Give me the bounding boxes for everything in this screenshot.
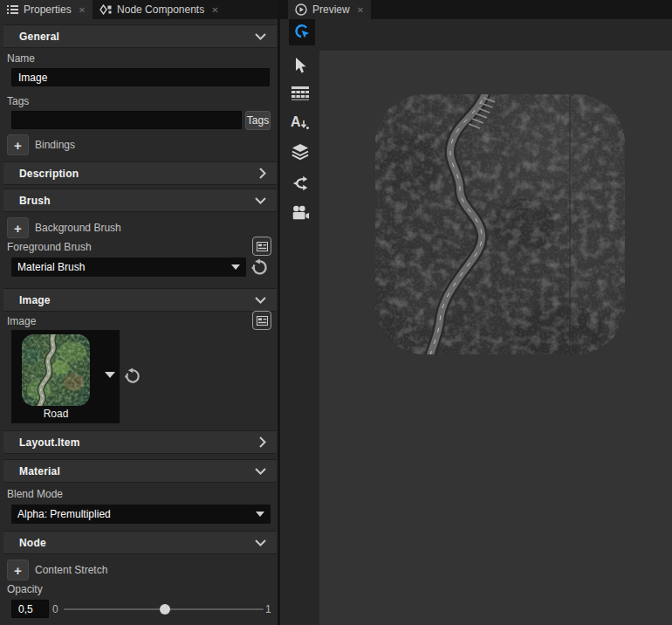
add-binding-button[interactable]: +: [7, 134, 29, 155]
form-editor-icon: [257, 316, 268, 326]
chevron-down-icon: [255, 197, 266, 204]
preview-play-icon: [295, 3, 307, 16]
tab-preview-close-icon[interactable]: ✕: [357, 5, 364, 15]
dropdown-caret-icon: [231, 264, 240, 270]
chevron-down-icon: [255, 468, 266, 475]
tags-input[interactable]: [11, 111, 242, 129]
right-tabbar: Preview ✕: [280, 0, 672, 19]
branch-arrows-icon: [291, 175, 309, 192]
svg-text:A: A: [291, 114, 301, 129]
opacity-slider-handle[interactable]: [160, 604, 170, 615]
camera-tool[interactable]: [290, 203, 311, 223]
layers-tool[interactable]: [290, 141, 311, 162]
foreground-brush-editor-button[interactable]: [252, 237, 271, 256]
image-label: Image: [7, 315, 36, 327]
background-brush-label: Background Brush: [35, 222, 121, 234]
chevron-right-icon: [259, 168, 266, 179]
opacity-input[interactable]: [11, 600, 49, 618]
image-dropdown-caret-icon[interactable]: [105, 372, 115, 378]
preview-image-node[interactable]: [375, 94, 625, 354]
bindings-label: Bindings: [35, 139, 75, 151]
blend-mode-value: Alpha: Premultiplied: [17, 508, 111, 520]
plus-icon: +: [14, 138, 22, 153]
grid-tool[interactable]: [290, 83, 311, 104]
section-material-title: Material: [19, 465, 60, 477]
slider-min-label: 0: [52, 603, 58, 615]
interact-cursor-icon: [292, 23, 312, 42]
grid-icon: [291, 86, 309, 100]
reset-foreground-brush-icon[interactable]: [250, 258, 268, 277]
section-image[interactable]: Image: [3, 288, 277, 312]
section-description-title: Description: [19, 168, 79, 180]
opacity-label: Opacity: [7, 583, 43, 595]
blend-mode-label: Blend Mode: [7, 488, 63, 500]
name-input[interactable]: [11, 68, 270, 86]
section-material[interactable]: Material: [3, 459, 277, 483]
text-tool[interactable]: A: [290, 112, 311, 133]
tab-preview-label: Preview: [312, 3, 350, 16]
road-thumbnail[interactable]: [22, 334, 90, 406]
foreground-brush-dropdown[interactable]: Material Brush: [11, 258, 246, 277]
reset-image-icon[interactable]: [123, 367, 141, 385]
plus-icon: +: [14, 221, 22, 236]
section-node[interactable]: Node: [3, 531, 277, 554]
section-brush-title: Brush: [19, 195, 51, 207]
layers-icon: [291, 143, 310, 161]
tags-label: Tags: [7, 95, 29, 107]
plus-icon: +: [14, 563, 22, 578]
properties-list-icon: [7, 5, 18, 15]
tab-properties-close-icon[interactable]: ✕: [79, 5, 86, 15]
tab-node-components-close-icon[interactable]: ✕: [211, 5, 218, 15]
preview-toolbar-row: [280, 19, 672, 51]
branch-tool[interactable]: [290, 173, 311, 194]
foreground-brush-value: Material Brush: [17, 261, 85, 273]
video-camera-icon: [291, 205, 310, 221]
properties-panel: General Name Tags Tags + Bindings Descri…: [0, 19, 278, 625]
font-analyze-icon: A: [291, 113, 310, 131]
blend-mode-dropdown[interactable]: Alpha: Premultiplied: [11, 505, 271, 524]
select-tool[interactable]: [290, 55, 311, 76]
preview-tool-strip: A: [280, 51, 319, 625]
tab-preview[interactable]: Preview ✕: [288, 0, 371, 19]
section-layout-item[interactable]: Layout.Item: [3, 430, 277, 454]
add-background-brush-button[interactable]: +: [7, 217, 29, 238]
name-label: Name: [7, 52, 35, 65]
image-editor-button[interactable]: [252, 311, 271, 330]
node-components-icon: [99, 4, 112, 15]
content-stretch-label: Content Stretch: [35, 564, 107, 576]
left-tabbar: Properties ✕ Node Components ✕: [0, 0, 278, 19]
opacity-slider[interactable]: [64, 608, 264, 610]
chevron-down-icon: [255, 539, 266, 546]
tags-button[interactable]: Tags: [245, 111, 271, 130]
form-editor-icon: [257, 242, 268, 251]
section-layout-item-title: Layout.Item: [19, 436, 80, 449]
interact-tool[interactable]: [289, 19, 315, 45]
tab-properties[interactable]: Properties ✕: [0, 0, 93, 19]
dropdown-caret-icon: [256, 512, 264, 517]
tab-node-components[interactable]: Node Components ✕: [93, 0, 225, 19]
foreground-brush-label: Foreground Brush: [7, 241, 92, 253]
section-description[interactable]: Description: [3, 161, 277, 185]
tab-node-components-label: Node Components: [117, 3, 204, 16]
application-window: Properties ✕ Node Components ✕ General N…: [0, 0, 672, 625]
chevron-right-icon: [259, 436, 266, 448]
preview-viewport[interactable]: [319, 51, 672, 625]
section-brush[interactable]: Brush: [3, 189, 277, 212]
tab-properties-label: Properties: [24, 3, 72, 16]
image-asset-name: Road: [11, 408, 100, 420]
section-image-title: Image: [19, 294, 51, 306]
section-general[interactable]: General: [3, 24, 277, 48]
pointer-arrow-icon: [292, 57, 308, 74]
image-asset-box[interactable]: Road: [11, 330, 120, 423]
chevron-down-icon: [255, 297, 266, 304]
section-node-title: Node: [19, 537, 46, 549]
slider-max-label: 1: [265, 603, 271, 615]
add-content-stretch-button[interactable]: +: [7, 560, 29, 580]
section-general-title: General: [19, 31, 59, 43]
chevron-down-icon: [255, 33, 266, 40]
